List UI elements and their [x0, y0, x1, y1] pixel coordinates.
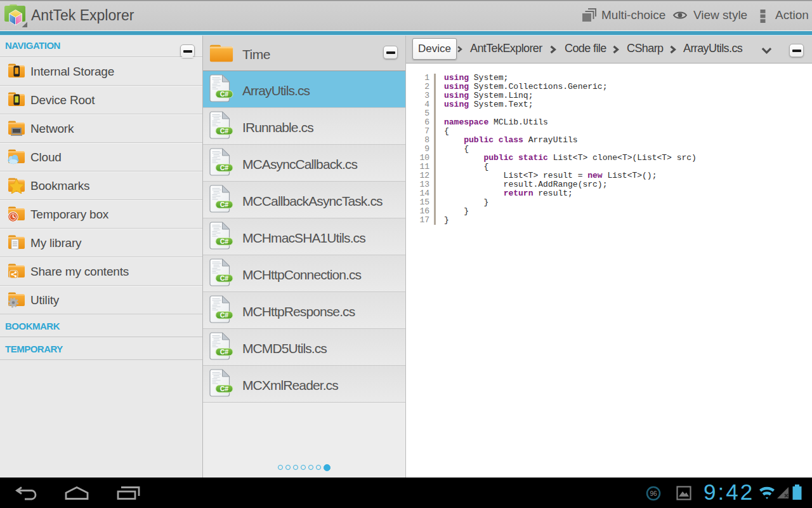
svg-text:C#: C#	[220, 164, 229, 171]
svg-text:C#: C#	[220, 385, 229, 392]
svg-text:C#: C#	[220, 127, 229, 135]
svg-text:C#: C#	[220, 237, 229, 245]
svg-text:C#: C#	[220, 348, 229, 356]
svg-text:C#: C#	[220, 274, 229, 282]
svg-text:C#: C#	[220, 201, 229, 208]
svg-text:96: 96	[650, 490, 657, 497]
svg-text:C#: C#	[220, 311, 229, 319]
svg-text:C#: C#	[220, 90, 229, 98]
